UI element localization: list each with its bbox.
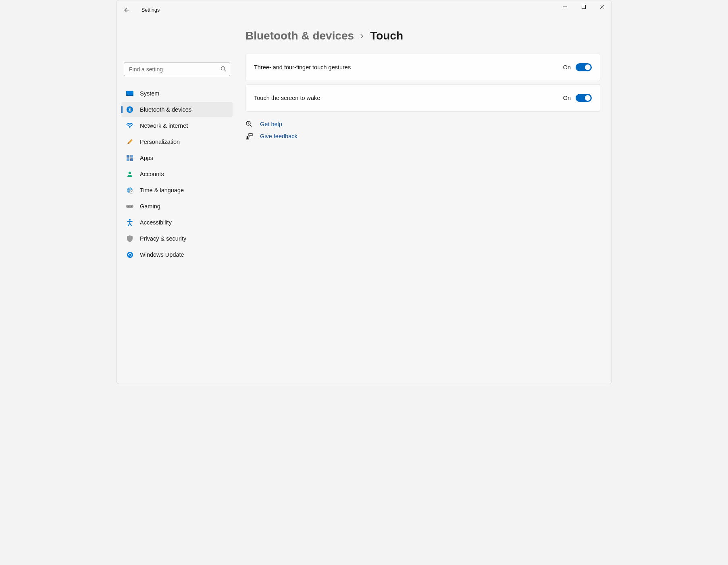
setting-row-touch-gestures: Three- and four-finger touch gestures On [245,54,600,81]
minimize-button[interactable] [556,0,574,13]
sidebar-item-label: Personalization [140,139,180,145]
sidebar-item-label: Apps [140,155,153,161]
svg-rect-13 [126,205,133,208]
touch-gestures-toggle[interactable] [576,63,592,71]
search-icon [220,66,226,73]
feedback-link-label: Give feedback [260,133,297,139]
svg-rect-21 [249,133,252,136]
maximize-button[interactable] [574,0,593,13]
sidebar-item-windows-update[interactable]: Windows Update [121,247,233,262]
back-button[interactable] [119,2,135,18]
sidebar-item-time-language[interactable]: Time & language [121,183,233,198]
help-links: ? Get help Give feedback [245,120,600,140]
apps-icon [126,154,133,162]
sidebar-item-privacy-security[interactable]: Privacy & security [121,231,233,246]
body: System Bluetooth & devices Network & int… [116,20,612,384]
breadcrumb: Bluetooth & devices Touch [245,29,600,42]
window-controls [556,0,612,20]
bluetooth-icon [126,106,133,113]
sidebar-item-label: Accounts [140,171,164,177]
give-feedback-link[interactable]: Give feedback [245,133,600,140]
setting-label: Three- and four-finger touch gestures [254,64,351,71]
update-icon [126,251,133,258]
svg-point-10 [129,172,131,174]
toggle-group: On [563,94,592,102]
page-title: Touch [370,29,403,42]
shield-icon [126,235,133,242]
svg-rect-6 [127,155,129,158]
gamepad-icon [126,203,133,210]
minimize-icon [563,5,567,9]
toggle-state-text: On [563,64,571,71]
sidebar-item-system[interactable]: System [121,86,233,101]
sidebar-item-bluetooth-devices[interactable]: Bluetooth & devices [121,102,233,117]
maximize-icon [582,5,586,9]
main-content: Bluetooth & devices Touch Three- and fou… [237,20,612,384]
title-bar: Settings [116,0,612,20]
sidebar-spacer [121,23,233,58]
close-button[interactable] [593,0,612,13]
sidebar: System Bluetooth & devices Network & int… [116,20,237,384]
sidebar-item-accounts[interactable]: Accounts [121,166,233,182]
svg-point-5 [129,127,131,129]
svg-point-17 [127,252,133,258]
setting-row-touch-to-wake: Touch the screen to wake On [245,84,600,112]
settings-window: Settings [116,0,612,384]
sidebar-item-network-internet[interactable]: Network & internet [121,118,233,133]
person-icon [126,170,133,178]
sidebar-item-personalization[interactable]: Personalization [121,134,233,150]
toggle-group: On [563,63,592,71]
title-bar-left: Settings [119,2,160,18]
svg-point-14 [128,206,129,207]
app-title: Settings [141,7,160,13]
sidebar-item-label: Gaming [140,203,160,210]
arrow-left-icon [124,7,130,13]
sidebar-item-label: Windows Update [140,251,184,258]
nav-list: System Bluetooth & devices Network & int… [121,86,233,262]
search-box [124,62,230,76]
close-icon [600,5,604,9]
accessibility-icon [126,219,133,226]
touch-to-wake-toggle[interactable] [576,94,592,102]
svg-rect-3 [126,95,133,96]
get-help-link[interactable]: ? Get help [245,120,600,128]
sidebar-item-accessibility[interactable]: Accessibility [121,215,233,230]
sidebar-item-label: Time & language [140,187,184,193]
system-icon [126,90,133,97]
search-input[interactable] [124,62,230,76]
setting-label: Touch the screen to wake [254,95,320,101]
svg-text:?: ? [248,122,249,125]
svg-point-16 [129,219,131,221]
svg-point-15 [131,206,132,207]
svg-rect-8 [127,158,129,161]
sidebar-item-label: Accessibility [140,219,172,226]
feedback-icon [245,133,253,140]
sidebar-item-label: Network & internet [140,123,188,129]
svg-rect-7 [130,155,133,158]
svg-rect-9 [130,158,133,161]
sidebar-item-label: System [140,90,159,97]
sidebar-item-apps[interactable]: Apps [121,150,233,166]
wifi-icon [126,122,133,129]
sidebar-item-gaming[interactable]: Gaming [121,199,233,214]
svg-rect-0 [582,5,586,9]
breadcrumb-parent[interactable]: Bluetooth & devices [245,29,354,42]
sidebar-item-label: Bluetooth & devices [140,106,191,113]
help-link-label: Get help [260,121,282,127]
svg-point-20 [247,136,249,138]
help-icon: ? [245,120,253,128]
globe-clock-icon [126,187,133,194]
toggle-state-text: On [563,95,571,101]
sidebar-item-label: Privacy & security [140,235,186,242]
chevron-right-icon [360,31,364,41]
paintbrush-icon [126,138,133,145]
svg-point-1 [221,66,225,70]
